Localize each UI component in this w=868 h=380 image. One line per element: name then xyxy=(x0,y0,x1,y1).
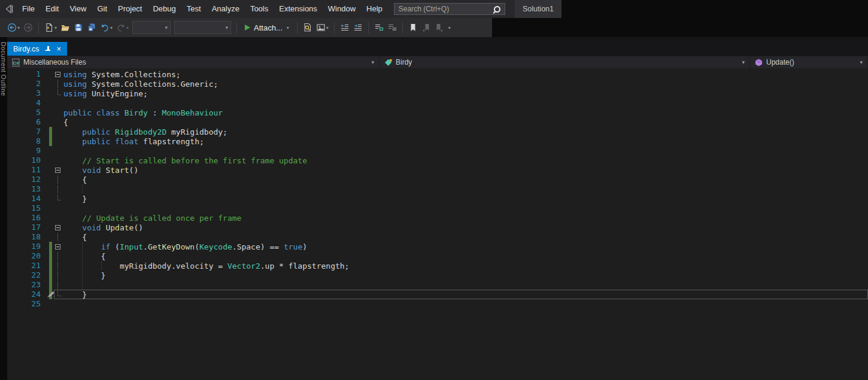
new-file-dropdown-icon[interactable]: ▾ xyxy=(54,25,57,31)
menu-panel: FileEditViewGitProjectDebugTestAnalyzeTo… xyxy=(0,0,562,18)
code-line-17[interactable]: 17 void Update() xyxy=(7,223,868,232)
code-line-1[interactable]: 1using System.Collections; xyxy=(7,69,868,79)
undo-button[interactable]: ▾ xyxy=(99,20,114,35)
code-line-11[interactable]: 11 void Start() xyxy=(7,165,868,175)
code-line-21[interactable]: 21 myRigidbody.velocity = Vector2.up * f… xyxy=(7,261,868,270)
undo-dropdown-icon[interactable]: ▾ xyxy=(110,25,113,31)
navigate-back-button[interactable]: ▾ xyxy=(6,20,21,35)
code-line-20[interactable]: 20 { xyxy=(7,251,868,261)
code-text: { xyxy=(63,118,867,126)
save-all-button[interactable] xyxy=(86,20,98,35)
menu-git[interactable]: Git xyxy=(92,0,113,18)
combobox-dropdown-icon[interactable]: ▾ xyxy=(165,25,168,31)
type-dropdown[interactable]: Birdy ▾ xyxy=(380,56,750,68)
collapse-region-icon[interactable] xyxy=(55,168,60,173)
change-tracking-margin xyxy=(44,175,54,184)
code-line-4[interactable]: 4 xyxy=(7,98,868,108)
code-line-18[interactable]: 18 { xyxy=(7,232,868,242)
redo-dropdown-icon[interactable]: ▾ xyxy=(126,25,129,31)
collapse-region-icon[interactable] xyxy=(55,244,60,250)
bookmark-next-button[interactable] xyxy=(433,20,445,35)
code-line-7[interactable]: 7 public Rigidbody2D myRigidbody; xyxy=(7,127,868,136)
combobox-dropdown-icon[interactable]: ▾ xyxy=(226,25,229,31)
project-dropdown[interactable]: C# Miscellaneous Files ▾ xyxy=(7,56,380,68)
close-icon[interactable]: × xyxy=(56,45,63,53)
code-line-13[interactable]: 13 xyxy=(7,184,868,194)
attach-label: Attach... xyxy=(254,23,283,32)
code-line-14[interactable]: 14 } xyxy=(7,194,868,203)
code-text xyxy=(63,300,867,308)
uncomment-button[interactable] xyxy=(386,20,398,35)
configuration-combobox[interactable]: ▾ xyxy=(132,21,171,34)
menu-test[interactable]: Test xyxy=(181,0,207,18)
caret-line: } xyxy=(54,290,868,299)
menu-project[interactable]: Project xyxy=(113,0,147,18)
code-line-9[interactable]: 9 xyxy=(7,146,868,156)
attach-dropdown-icon[interactable]: ▾ xyxy=(287,25,289,31)
member-dropdown[interactable]: Update() ▾ xyxy=(750,56,868,68)
bookmark-button[interactable] xyxy=(407,20,419,35)
code-line-23[interactable]: 23 xyxy=(7,280,868,290)
search-box[interactable]: Search (Ctrl+Q) xyxy=(394,3,505,15)
change-tracking-margin xyxy=(44,79,54,89)
platform-combobox[interactable]: ▾ xyxy=(174,21,231,34)
menu-extensions[interactable]: Extensions xyxy=(274,0,323,18)
pin-icon[interactable] xyxy=(44,45,51,52)
code-editor[interactable]: 1using System.Collections;2using System.… xyxy=(7,68,868,380)
visual-studio-window: FileEditViewGitProjectDebugTestAnalyzeTo… xyxy=(0,0,868,380)
redo-button[interactable]: ▾ xyxy=(115,20,130,35)
find-in-files-button[interactable] xyxy=(302,20,314,35)
code-line-16[interactable]: 16 // Update is called once per frame xyxy=(7,213,868,223)
code-line-15[interactable]: 15 xyxy=(7,203,868,213)
new-file-button[interactable]: ▾ xyxy=(43,20,58,35)
menu-analyze[interactable]: Analyze xyxy=(207,0,245,18)
collapse-region-icon[interactable] xyxy=(55,72,60,77)
code-line-5[interactable]: 5public class Birdy : MonoBehaviour xyxy=(7,108,868,117)
csharp-file-icon: C# xyxy=(12,59,20,66)
menu-help[interactable]: Help xyxy=(361,0,388,18)
back-dropdown-icon[interactable]: ▾ xyxy=(17,25,20,31)
navigate-forward-button[interactable] xyxy=(22,20,34,35)
code-line-25[interactable]: 25 xyxy=(7,299,868,309)
change-tracking-margin xyxy=(44,184,54,194)
menu-debug[interactable]: Debug xyxy=(147,0,181,18)
code-line-19[interactable]: 19 if (Input.GetKeyDown(Keycode.Space) =… xyxy=(7,242,868,251)
code-line-10[interactable]: 10 // Start is called before the first f… xyxy=(7,156,868,165)
code-line-2[interactable]: 2using System.Collections.Generic; xyxy=(7,79,868,89)
open-file-button[interactable] xyxy=(59,20,71,35)
line-number: 23 xyxy=(7,280,44,290)
menu-edit[interactable]: Edit xyxy=(40,0,64,18)
indent-increase-button[interactable] xyxy=(352,20,364,35)
change-tracking-margin xyxy=(44,117,54,127)
menu-tools[interactable]: Tools xyxy=(245,0,274,18)
image-preview-button[interactable]: ▾ xyxy=(315,20,330,35)
document-outline-tab[interactable]: Document Outline xyxy=(0,40,7,96)
save-button[interactable] xyxy=(72,20,84,35)
menu-view[interactable]: View xyxy=(64,0,92,18)
code-line-12[interactable]: 12 { xyxy=(7,175,868,184)
menu-file[interactable]: File xyxy=(17,0,40,18)
collapse-region-icon[interactable] xyxy=(55,225,60,230)
change-tracking-margin xyxy=(44,146,54,156)
change-tracking-margin xyxy=(44,165,54,175)
attach-button[interactable]: Attach... ▾ xyxy=(241,20,293,35)
tab-birdy-cs[interactable]: Birdy.cs × xyxy=(7,42,67,56)
indent-decrease-button[interactable] xyxy=(339,20,351,35)
change-tracking-margin xyxy=(44,223,54,232)
toolbar-overflow-button[interactable]: ▾ xyxy=(447,20,452,35)
code-line-6[interactable]: 6{ xyxy=(7,117,868,127)
code-line-3[interactable]: 3using UnityEngine; xyxy=(7,89,868,98)
comment-button[interactable] xyxy=(373,20,385,35)
code-text: public float flapstrength; xyxy=(63,137,867,145)
code-line-22[interactable]: 22 } xyxy=(7,270,868,280)
code-text: { xyxy=(63,252,867,260)
change-tracking-margin xyxy=(44,89,54,98)
type-dropdown-label: Birdy xyxy=(396,58,412,66)
code-line-8[interactable]: 8 public float flapstrength; xyxy=(7,136,868,146)
code-line-24[interactable]: 24 } xyxy=(7,290,868,299)
image-dropdown-icon[interactable]: ▾ xyxy=(326,25,329,31)
class-icon xyxy=(384,59,392,66)
code-text: // Update is called once per frame xyxy=(63,214,867,222)
bookmark-prev-button[interactable] xyxy=(420,20,432,35)
menu-window[interactable]: Window xyxy=(323,0,361,18)
